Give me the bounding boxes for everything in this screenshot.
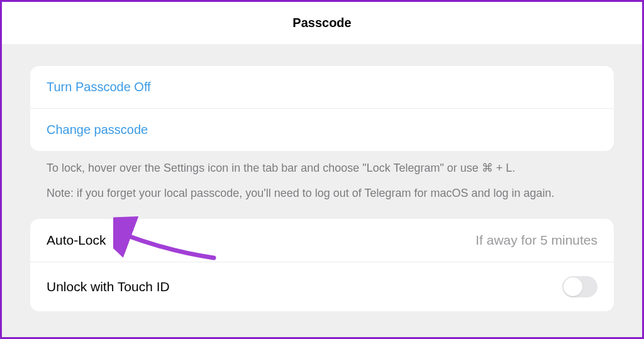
touchid-toggle[interactable] bbox=[562, 276, 597, 297]
page-title: Passcode bbox=[292, 16, 351, 30]
autolock-card: Auto-Lock If away for 5 minutes Unlock w… bbox=[30, 219, 614, 311]
auto-lock-row[interactable]: Auto-Lock If away for 5 minutes bbox=[30, 219, 614, 262]
change-passcode-row[interactable]: Change passcode bbox=[30, 108, 614, 151]
turn-passcode-off-label: Turn Passcode Off bbox=[47, 80, 151, 94]
content-area: Turn Passcode Off Change passcode To loc… bbox=[2, 45, 642, 337]
help-text-forget: Note: if you forget your local passcode,… bbox=[30, 179, 614, 213]
passcode-actions-card: Turn Passcode Off Change passcode bbox=[30, 66, 614, 151]
change-passcode-label: Change passcode bbox=[47, 123, 148, 137]
help-text-lock: To lock, hover over the Settings icon in… bbox=[30, 151, 614, 179]
header-bar: Passcode bbox=[2, 2, 642, 45]
unlock-touchid-label: Unlock with Touch ID bbox=[47, 279, 170, 294]
auto-lock-label: Auto-Lock bbox=[47, 233, 106, 248]
section-gap bbox=[30, 213, 614, 219]
unlock-touchid-row: Unlock with Touch ID bbox=[30, 262, 614, 311]
auto-lock-value: If away for 5 minutes bbox=[475, 233, 597, 248]
turn-passcode-off-row[interactable]: Turn Passcode Off bbox=[30, 66, 614, 108]
toggle-knob-icon bbox=[564, 277, 582, 296]
